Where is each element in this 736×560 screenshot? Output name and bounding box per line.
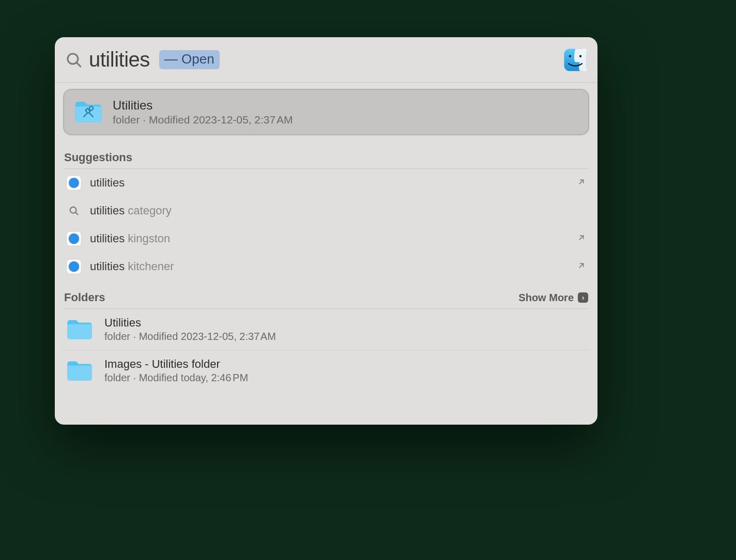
spotlight-window: utilities — Open [55,37,597,425]
suggestion-text: utilities kitchener [90,260,174,273]
top-hit-result[interactable]: Utilities folder · Modified 2023-12-05, … [63,89,589,135]
suggestion-text: utilities kingston [90,232,170,245]
safari-icon [66,259,82,274]
suggestion-text: utilities [90,176,125,190]
folder-title: Utilities [104,316,276,330]
folder-result-row[interactable]: Images - Utilities folder folder · Modif… [62,350,590,391]
suggestion-text: utilities category [90,204,172,217]
finder-app-icon [563,48,587,72]
folder-meta: folder · Modified today, 2:46 PM [104,372,248,384]
folder-text: Images - Utilities folder folder · Modif… [104,357,248,384]
folder-result-row[interactable]: Utilities folder · Modified 2023-12-05, … [62,309,590,350]
chevron-right-icon: › [578,292,588,303]
folders-label: Folders [64,291,105,304]
top-hit-text: Utilities folder · Modified 2023-12-05, … [113,98,293,126]
results-content: Utilities folder · Modified 2023-12-05, … [55,83,597,425]
svg-line-13 [75,212,78,214]
svg-point-3 [569,55,572,57]
svg-line-1 [76,63,80,66]
search-icon [66,203,82,219]
folder-title: Images - Utilities folder [104,357,248,371]
utilities-folder-icon [73,97,103,127]
search-field[interactable]: utilities — Open [65,48,220,71]
folder-text: Utilities folder · Modified 2023-12-05, … [104,316,276,343]
suggestion-row[interactable]: utilities category [62,197,590,225]
folder-meta: folder · Modified 2023-12-05, 2:37 AM [104,331,276,343]
suggestion-row[interactable]: utilities kitchener [62,253,590,281]
search-icon [65,51,83,69]
folder-icon [65,318,94,341]
external-link-icon [577,233,586,244]
suggestions-header: Suggestions [62,141,590,168]
folder-icon [65,360,94,382]
svg-point-4 [579,55,582,57]
suggestion-row[interactable]: utilities kingston [62,225,590,253]
external-link-icon [577,177,586,189]
suggestions-label: Suggestions [64,151,132,164]
search-header: utilities — Open [55,37,597,83]
folders-header: Folders Show More › [62,281,590,308]
show-more-button[interactable]: Show More › [518,292,588,304]
search-action-pill[interactable]: — Open [159,50,220,69]
external-link-icon [577,261,586,272]
safari-icon [66,175,82,191]
suggestion-row[interactable]: utilities [62,169,590,197]
top-hit-title: Utilities [113,98,293,113]
safari-icon [66,231,82,246]
search-query-text: utilities [89,48,150,71]
top-hit-meta: folder · Modified 2023-12-05, 2:37 AM [113,114,293,126]
